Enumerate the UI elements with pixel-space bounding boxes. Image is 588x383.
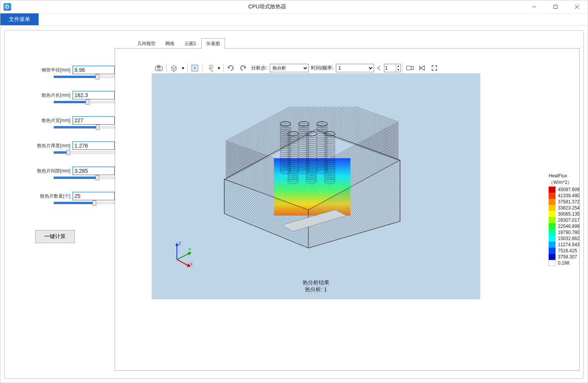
legend-row: 15032.662 bbox=[549, 235, 580, 242]
legend-swatch bbox=[549, 235, 556, 242]
legend-swatch bbox=[549, 242, 556, 248]
fit-view-icon[interactable] bbox=[189, 63, 201, 73]
rotate-cw-icon[interactable] bbox=[225, 63, 236, 73]
legend-row: 30065.135 bbox=[549, 211, 580, 217]
svg-text:X: X bbox=[190, 262, 193, 266]
legend-value: 30065.135 bbox=[558, 211, 580, 217]
svg-rect-15 bbox=[407, 66, 411, 70]
svg-text:Y: Y bbox=[188, 247, 191, 252]
legend-title: HeatFlux bbox=[549, 173, 580, 179]
analysis-step-select[interactable]: 热分析 bbox=[270, 64, 309, 72]
legend-swatch bbox=[549, 193, 556, 199]
legend-swatch bbox=[549, 199, 556, 205]
time-freq-select[interactable]: 1 bbox=[336, 64, 374, 72]
view-cube-dropdown-icon[interactable]: ▾ bbox=[180, 63, 186, 73]
tab[interactable]: 网格 bbox=[160, 38, 180, 49]
param-input[interactable] bbox=[73, 116, 115, 125]
param-label: 散热片数量[个] bbox=[40, 193, 70, 200]
legend-row: 7516.425 bbox=[549, 248, 580, 254]
param-row: 散热片宽[mm] bbox=[15, 116, 115, 128]
tab[interactable]: 矢量图 bbox=[201, 38, 225, 49]
time-freq-label: 时间/频率: bbox=[311, 65, 334, 71]
legend-value: 22548.899 bbox=[558, 224, 580, 229]
legend-row: 41339.490 bbox=[549, 193, 580, 199]
svg-line-217 bbox=[177, 260, 188, 266]
param-slider[interactable] bbox=[53, 202, 115, 204]
param-row: 散热片厚度[mm] bbox=[15, 141, 115, 154]
inner-frame: 铜管半径[mm]散热片长[mm]散热片宽[mm]散热片厚度[mm]散热片间隙[m… bbox=[4, 30, 584, 379]
step-back-icon[interactable] bbox=[375, 63, 383, 73]
legend-value: 18790.780 bbox=[558, 230, 580, 235]
viewer-canvas[interactable]: ▾ ZYX ▾ bbox=[152, 62, 480, 299]
legend-value: 41339.490 bbox=[558, 193, 580, 198]
param-input[interactable] bbox=[73, 91, 115, 99]
tab[interactable]: 几何模型 bbox=[132, 38, 160, 49]
heatflux-legend: HeatFlux （W/m^2） 45097.60941339.49037581… bbox=[549, 173, 580, 266]
legend-value: 7516.425 bbox=[558, 248, 577, 253]
legend-swatch bbox=[549, 187, 556, 193]
legend-row: 45097.609 bbox=[549, 187, 580, 193]
main-panel: 几何模型网格云图1矢量图 ▾ bbox=[115, 38, 580, 371]
legend-row: 18790.780 bbox=[549, 229, 580, 235]
tab[interactable]: 云图1 bbox=[180, 38, 201, 49]
rotate-ccw-icon[interactable] bbox=[237, 63, 249, 73]
expand-icon[interactable] bbox=[429, 63, 440, 73]
param-sidebar: 铜管半径[mm]散热片长[mm]散热片宽[mm]散热片厚度[mm]散热片间隙[m… bbox=[15, 38, 115, 371]
legend-row: 22548.899 bbox=[549, 223, 580, 229]
viewer-toolbar: ▾ ZYX ▾ bbox=[152, 62, 480, 74]
legend-value: 33823.254 bbox=[558, 205, 580, 211]
param-input[interactable] bbox=[73, 167, 115, 175]
legend-value: 37581.372 bbox=[558, 199, 580, 204]
legend-value: 45097.609 bbox=[558, 187, 580, 192]
spin-up-icon[interactable]: ▲ bbox=[396, 64, 400, 68]
analysis-step-label: 分析步: bbox=[251, 65, 267, 71]
legend-swatch bbox=[549, 254, 556, 260]
svg-marker-212 bbox=[175, 243, 178, 246]
param-row: 散热片长[mm] bbox=[15, 91, 115, 103]
view-cube-icon[interactable] bbox=[168, 63, 180, 73]
axis-orient-dropdown-icon[interactable]: ▾ bbox=[216, 63, 222, 73]
legend-swatch bbox=[549, 260, 556, 266]
result-title: 热分析结果 bbox=[303, 279, 329, 286]
close-button[interactable] bbox=[566, 0, 588, 13]
record-icon[interactable] bbox=[404, 63, 416, 73]
svg-text:Z: Z bbox=[178, 241, 181, 246]
legend-row: 3758.307 bbox=[549, 254, 580, 260]
spin-down-icon[interactable]: ▼ bbox=[396, 68, 400, 72]
legend-unit: （W/m^2） bbox=[549, 179, 580, 186]
param-slider[interactable] bbox=[53, 76, 115, 78]
maximize-button[interactable] bbox=[545, 0, 566, 13]
legend-swatch bbox=[549, 223, 556, 229]
legend-row: 11274.543 bbox=[549, 242, 580, 248]
menu-file[interactable]: 文件菜单 bbox=[0, 13, 39, 25]
param-input[interactable] bbox=[73, 141, 115, 150]
param-slider[interactable] bbox=[53, 151, 115, 154]
param-slider[interactable] bbox=[53, 177, 115, 179]
axis-gizmo: Z Y X bbox=[169, 240, 198, 269]
legend-swatch bbox=[549, 205, 556, 211]
param-input[interactable] bbox=[73, 192, 115, 200]
svg-point-7 bbox=[158, 67, 160, 70]
legend-value: 0.188 bbox=[558, 260, 569, 266]
param-label: 散热片间隙[mm] bbox=[37, 168, 70, 174]
svg-text:X: X bbox=[211, 70, 213, 72]
param-input[interactable] bbox=[73, 66, 115, 74]
legend-swatch bbox=[549, 248, 556, 254]
minimize-button[interactable] bbox=[523, 0, 545, 13]
param-label: 铜管半径[mm] bbox=[42, 67, 70, 73]
tabs: 几何模型网格云图1矢量图 bbox=[115, 38, 580, 48]
axis-orient-icon[interactable]: ZYX bbox=[204, 63, 215, 73]
legend-row: 37581.372 bbox=[549, 199, 580, 205]
legend-row: 26307.017 bbox=[549, 217, 580, 223]
skip-first-icon[interactable] bbox=[416, 63, 428, 73]
legend-swatch bbox=[549, 211, 556, 217]
calculate-button[interactable]: 一键计算 bbox=[35, 230, 75, 243]
result-sub: 热分析: 1 bbox=[303, 286, 329, 293]
legend-swatch bbox=[549, 217, 556, 223]
frame-spin[interactable]: ▲▼ bbox=[384, 64, 401, 72]
camera-icon[interactable] bbox=[153, 63, 165, 73]
param-slider[interactable] bbox=[53, 126, 115, 128]
param-row: 散热片数量[个] bbox=[15, 192, 115, 204]
frame-spin-input[interactable] bbox=[384, 64, 396, 72]
param-slider[interactable] bbox=[53, 101, 115, 103]
